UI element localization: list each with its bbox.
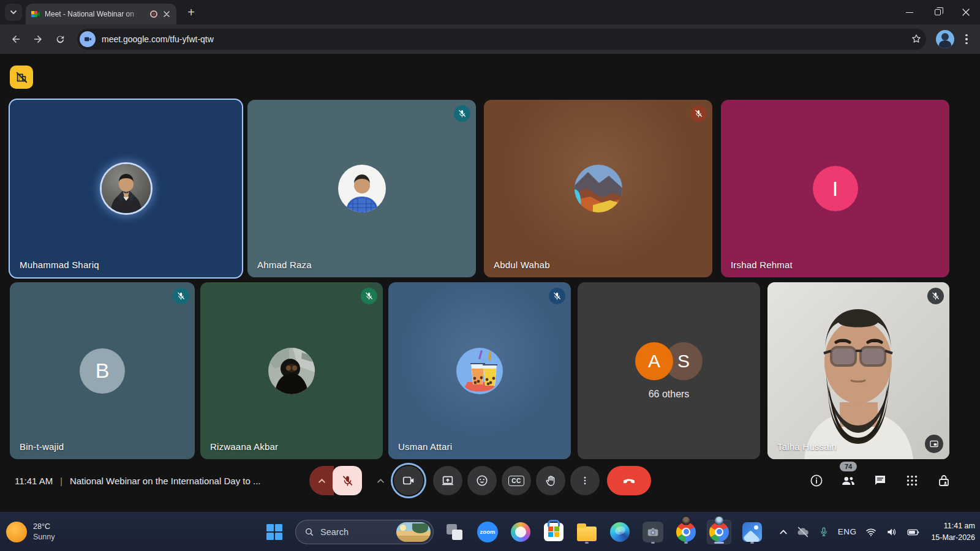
taskbar-weather-widget[interactable]: 28°C Sunny <box>6 522 55 542</box>
zoom-app-button[interactable]: zoom <box>475 520 500 544</box>
edge-icon <box>610 522 630 542</box>
search-placeholder: Search <box>320 527 390 537</box>
tab-search-chevron-icon[interactable] <box>5 4 22 21</box>
host-controls-button[interactable] <box>936 473 952 489</box>
task-view-icon <box>447 524 462 540</box>
url-text[interactable]: meet.google.com/tfu-yfwt-qtw <box>102 34 904 44</box>
window-close-button[interactable] <box>952 0 980 24</box>
participant-name: Muhammad Shariq <box>20 260 99 270</box>
participant-tile[interactable]: Ahmad Raza <box>247 100 476 277</box>
bookmark-star-icon[interactable] <box>910 33 922 45</box>
participant-tile[interactable]: Abdul Wahab <box>484 100 712 277</box>
tray-overflow-chevron[interactable] <box>779 528 788 536</box>
mic-options-chevron[interactable] <box>309 466 334 495</box>
microsoft-store-button[interactable] <box>541 520 566 544</box>
reload-button[interactable] <box>50 29 70 49</box>
leave-call-button[interactable] <box>607 466 651 495</box>
participant-name: Ahmad Raza <box>257 260 312 270</box>
taskbar-search-box[interactable]: Search <box>295 520 434 544</box>
participant-tile[interactable]: B Bin-t-wajid <box>10 282 195 459</box>
tab-close-icon[interactable] <box>162 9 172 19</box>
activities-button[interactable] <box>904 473 920 489</box>
copilot-button[interactable] <box>508 520 533 544</box>
external-participants-badge[interactable] <box>10 66 33 89</box>
tray-time: 11:41 am <box>931 520 975 531</box>
meeting-details-button[interactable] <box>809 473 824 489</box>
windows-taskbar: 28°C Sunny Search zoom <box>0 512 980 551</box>
browser-profile-avatar[interactable] <box>936 30 954 48</box>
onedrive-paused-icon[interactable] <box>796 525 810 539</box>
mic-muted-button[interactable] <box>333 466 362 495</box>
windows-logo-icon <box>266 524 282 540</box>
camera-options-chevron[interactable] <box>373 477 388 485</box>
participant-tile[interactable]: Usman Attari <box>388 282 571 459</box>
participant-name: Usman Attari <box>398 441 452 452</box>
store-icon <box>544 523 564 541</box>
participants-button[interactable]: 74 <box>840 473 856 489</box>
self-video-tile[interactable]: Talha Hussain <box>767 282 949 459</box>
camera-on-button[interactable] <box>394 466 423 495</box>
participant-avatar <box>456 348 503 394</box>
captions-button[interactable]: CC <box>502 466 531 495</box>
language-indicator[interactable]: ENG <box>838 527 857 536</box>
meeting-clock: 11:41 AM <box>15 476 53 486</box>
window-minimize-button[interactable] <box>895 0 924 24</box>
self-video-feed <box>767 282 949 459</box>
copilot-icon <box>511 522 530 542</box>
photos-app-button[interactable] <box>740 520 764 544</box>
search-highlight-image[interactable] <box>396 522 431 542</box>
address-bar[interactable]: meet.google.com/tfu-yfwt-qtw <box>77 29 926 50</box>
browser-window: Meet - National Webinar on + <box>0 0 980 551</box>
captions-label: CC <box>508 476 524 486</box>
camera-app-button[interactable] <box>641 520 665 544</box>
participant-avatar <box>338 165 386 212</box>
participant-avatar: B <box>80 348 125 394</box>
participants-count-badge: 74 <box>840 462 857 471</box>
meet-favicon-icon <box>31 9 40 19</box>
participant-name: Rizwaana Akbar <box>210 441 278 452</box>
taskbar-clock[interactable]: 11:41 am 15-Mar-2026 <box>931 520 975 542</box>
folder-icon <box>577 527 597 541</box>
wifi-icon[interactable] <box>865 526 877 538</box>
sunny-weather-icon <box>6 522 27 542</box>
microphone-in-use-icon[interactable] <box>818 527 829 538</box>
edge-button[interactable] <box>608 520 632 544</box>
browser-menu-icon[interactable] <box>959 34 974 45</box>
participant-name: Bin-t-wajid <box>20 441 64 452</box>
raise-hand-button[interactable] <box>536 466 565 495</box>
start-button[interactable] <box>262 520 287 544</box>
participant-tile[interactable]: Rizwaana Akbar <box>200 282 383 459</box>
chat-button[interactable] <box>872 473 888 489</box>
browser-toolbar: meet.google.com/tfu-yfwt-qtw <box>0 24 980 54</box>
chrome-profile1-button[interactable] <box>674 520 698 544</box>
present-screen-button[interactable] <box>433 466 462 495</box>
participant-tile[interactable]: Muhammad Shariq <box>10 100 242 277</box>
participant-avatar <box>575 165 622 212</box>
search-icon <box>304 527 314 537</box>
file-explorer-button[interactable] <box>575 520 599 544</box>
recording-indicator-icon <box>150 10 157 18</box>
forward-button[interactable] <box>28 29 48 49</box>
battery-icon[interactable] <box>907 525 920 539</box>
mic-off-indicator-icon <box>690 105 707 122</box>
more-options-button[interactable] <box>570 466 600 495</box>
participant-avatar <box>102 164 151 213</box>
participant-tile[interactable]: I Irshad Rehmat <box>721 100 949 277</box>
meeting-title: National Webinar on the International Da… <box>70 476 261 486</box>
chrome-profile2-button-active[interactable] <box>707 520 731 544</box>
back-button[interactable] <box>6 29 26 49</box>
meet-control-bar: 11:41 AM | National Webinar on the Inter… <box>0 463 980 498</box>
reactions-button[interactable] <box>467 466 497 495</box>
task-view-button[interactable] <box>442 520 467 544</box>
zoom-icon: zoom <box>477 522 498 542</box>
picture-in-picture-icon[interactable] <box>925 435 943 453</box>
new-tab-button[interactable]: + <box>183 4 200 21</box>
others-tile[interactable]: A S 66 others <box>578 282 760 459</box>
mic-off-indicator-icon <box>549 288 565 304</box>
window-restore-button[interactable] <box>924 0 952 24</box>
camera-in-use-icon[interactable] <box>80 31 96 47</box>
browser-tab[interactable]: Meet - National Webinar on <box>26 4 176 24</box>
volume-icon[interactable] <box>886 526 898 538</box>
participant-name: Irshad Rehmat <box>731 260 793 270</box>
tab-strip: Meet - National Webinar on + <box>0 0 980 24</box>
